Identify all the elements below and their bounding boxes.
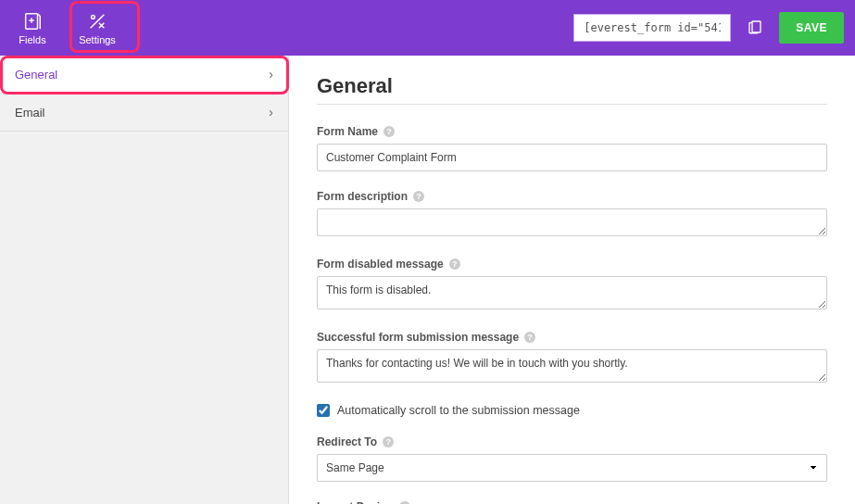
form-disabled-label: Form disabled message [317,258,444,271]
svg-point-3 [92,15,95,19]
redirect-select[interactable]: Same Page [317,454,827,482]
settings-icon [87,11,107,32]
topbar-right: SAVE [573,12,844,44]
field-form-disabled: Form disabled message ? [317,258,827,312]
tab-fields[interactable]: Fields [0,0,65,56]
help-icon[interactable]: ? [524,332,535,343]
layout-design-label: Layout Design [317,500,394,504]
topbar-tabs: Fields Settings [0,0,130,56]
form-description-label: Form description [317,190,408,203]
field-redirect: Redirect To ? Same Page [317,435,827,482]
clipboard-icon [747,19,763,38]
form-name-label: Form Name [317,125,378,138]
sidebar-item-label: General [15,68,57,82]
body: General › Email › General Form Name ? Fo… [0,56,855,504]
help-icon[interactable]: ? [413,191,424,202]
auto-scroll-checkbox-row[interactable]: Automatically scroll to the submission m… [317,404,827,417]
success-message-input[interactable] [317,349,827,383]
field-layout-design: Layout Design ? [317,500,827,504]
form-disabled-input[interactable] [317,276,827,309]
tab-settings-label: Settings [79,34,116,45]
chevron-right-icon: › [269,67,273,82]
tab-fields-label: Fields [19,34,45,45]
tab-settings[interactable]: Settings [65,0,130,56]
field-success-message: Successful form submission message ? [317,331,827,385]
shortcode-input[interactable] [573,14,731,42]
sidebar-item-email[interactable]: Email › [0,94,288,132]
field-form-description: Form description ? [317,190,827,239]
auto-scroll-checkbox[interactable] [317,404,330,417]
help-icon[interactable]: ? [449,258,460,270]
form-description-input[interactable] [317,208,827,236]
save-button[interactable]: SAVE [779,12,844,44]
divider [317,104,827,105]
help-icon[interactable]: ? [383,126,395,137]
main-panel: General Form Name ? Form description ? F… [289,56,855,504]
chevron-right-icon: › [269,105,273,120]
success-message-label: Successful form submission message [317,331,519,344]
redirect-label: Redirect To [317,435,377,448]
copy-shortcode-button[interactable] [740,13,770,43]
fields-icon [22,11,43,32]
page-title: General [317,74,827,98]
field-form-name: Form Name ? [317,125,827,171]
sidebar-item-label: Email [15,106,45,120]
topbar: Fields Settings SAVE [0,0,855,56]
sidebar-item-general[interactable]: General › [0,56,288,94]
svg-rect-4 [752,21,761,32]
help-icon[interactable]: ? [383,436,394,447]
settings-sidebar: General › Email › [0,56,289,504]
auto-scroll-label: Automatically scroll to the submission m… [337,404,580,417]
form-name-input[interactable] [317,144,827,171]
